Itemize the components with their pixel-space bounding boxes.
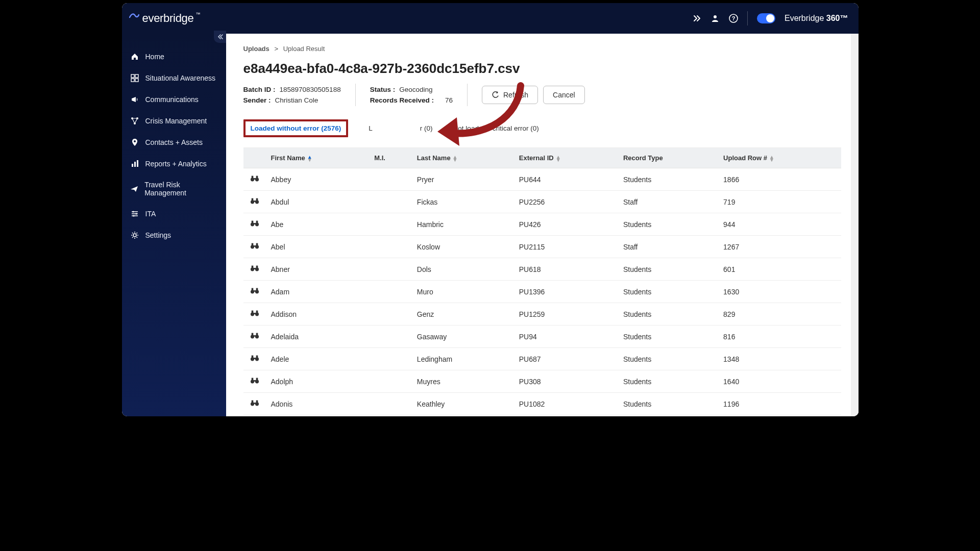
col-first-name[interactable]: First Name▲▼ [266,148,370,168]
cell-last-name: Muro [412,281,514,303]
sidebar-item-contacts-assets[interactable]: Contacts + Assets [122,132,226,153]
svg-rect-22 [256,176,258,179]
header-divider [747,11,748,26]
svg-rect-60 [253,358,256,359]
cell-mi [369,191,412,213]
scrollbar-thumb[interactable] [852,39,857,120]
user-icon[interactable] [710,14,720,23]
table-row: AddisonGenzPU1259Students829 [243,303,841,325]
cell-first-name: Adele [266,348,370,370]
sidebar-item-communications[interactable]: Communications [122,89,226,110]
sidebar-collapse-button[interactable] [214,31,226,43]
svg-text:?: ? [732,15,736,21]
help-icon[interactable]: ? [729,14,738,23]
cell-first-name: Addison [266,303,370,325]
cancel-button[interactable]: Cancel [543,86,585,104]
cell-external-id: PU618 [514,258,618,281]
cell-first-name: Adolph [266,370,370,393]
view-row-button[interactable] [243,370,266,393]
cell-last-name: Keathley [412,393,514,415]
cell-first-name: Abe [266,213,370,236]
col-external-id[interactable]: External ID▲▼ [514,148,618,168]
breadcrumb-root[interactable]: Uploads [243,45,270,53]
binoculars-icon [250,198,259,206]
meta-batch-sender: Batch ID :1858970830505188 Sender :Chris… [243,86,341,104]
cell-record-type: Students [618,348,718,370]
table-row: AdolphMuyresPU308Students1640 [243,370,841,393]
result-tabs: Loaded without error (2576) Loaded with … [243,119,841,137]
pin-icon [130,138,139,147]
cell-external-id: PU2308 [514,415,618,417]
cell-upload-row: 601 [718,258,841,281]
sidebar-item-crisis-management[interactable]: Crisis Management [122,110,226,132]
meta-divider [355,84,356,106]
svg-rect-65 [253,380,256,382]
cell-last-name: Koslow [412,236,514,258]
svg-rect-67 [256,378,258,381]
col-upload-row[interactable]: Upload Row #▲▼ [718,148,841,168]
sidebar-item-home[interactable]: Home [122,46,226,67]
view-row-button[interactable] [243,415,266,417]
sidebar-item-situational-awareness[interactable]: Situational Awareness [122,67,226,89]
refresh-icon [492,91,499,99]
cell-first-name: Abel [266,236,370,258]
col-view [243,148,266,168]
cell-upload-row: 944 [718,213,841,236]
cell-mi [369,303,412,325]
col-record-type[interactable]: Record Type [618,148,718,168]
cell-upload-row: 829 [718,303,841,325]
view-row-button[interactable] [243,168,266,191]
sort-icon: ▲▼ [307,156,312,162]
view-row-button[interactable] [243,213,266,236]
cell-external-id: PU1082 [514,393,618,415]
binoculars-icon [250,220,259,229]
cell-record-type: Students [618,325,718,348]
view-row-button[interactable] [243,348,266,370]
view-row-button[interactable] [243,236,266,258]
cell-last-name: Ledingham [412,348,514,370]
brand-tm: ™ [195,12,200,17]
view-row-button[interactable] [243,191,266,213]
sidebar-item-settings[interactable]: Settings [122,224,226,246]
view-row-button[interactable] [243,325,266,348]
sidebar-item-label: Settings [145,231,172,239]
breadcrumb-current: Upload Result [283,45,325,53]
cell-record-type: Staff [618,236,718,258]
sidebar: HomeSituational AwarenessCommunicationsC… [122,34,226,416]
cell-mi [369,370,412,393]
svg-rect-52 [256,311,258,313]
sidebar-item-ita[interactable]: ITA [122,203,226,224]
svg-rect-72 [256,400,258,403]
view-row-button[interactable] [243,303,266,325]
tab-not-loaded-critical[interactable]: Not loaded - critical error (0) [453,121,539,135]
collapse-panels-icon[interactable] [692,14,701,23]
cell-first-name: Abbey [266,168,370,191]
cell-upload-row: 1654 [718,415,841,417]
tab-loaded-without-error[interactable]: Loaded without error (2576) [251,121,341,135]
view-row-button[interactable] [243,281,266,303]
svg-rect-12 [134,162,136,167]
cell-external-id: PU1396 [514,281,618,303]
refresh-button[interactable]: Refresh [482,86,538,104]
sidebar-item-travel-risk-management[interactable]: Travel Risk Management [122,174,226,203]
svg-rect-26 [251,198,253,201]
col-last-name[interactable]: Last Name▲▼ [412,148,514,168]
svg-rect-3 [131,74,134,78]
cell-upload-row: 1196 [718,393,841,415]
cell-record-type: Students [618,281,718,303]
view-row-button[interactable] [243,258,266,281]
suite-toggle[interactable] [757,13,775,23]
sidebar-item-reports-analytics[interactable]: Reports + Analytics [122,153,226,174]
svg-rect-31 [251,221,253,223]
col-mi[interactable]: M.I. [369,148,412,168]
cell-last-name: Pryer [412,168,514,191]
gear-icon [130,231,139,240]
topbar: everbridge™ ? Everbridge 360™ [122,3,859,34]
tab-loaded-with-error[interactable]: Loaded with error (0) [369,121,432,135]
breadcrumb-sep: > [274,45,278,53]
cell-last-name: Dols [412,258,514,281]
view-row-button[interactable] [243,393,266,415]
table-row: AbelKoslowPU2115Staff1267 [243,236,841,258]
cell-external-id: PU687 [514,348,618,370]
breadcrumb: Uploads > Upload Result [243,45,841,53]
